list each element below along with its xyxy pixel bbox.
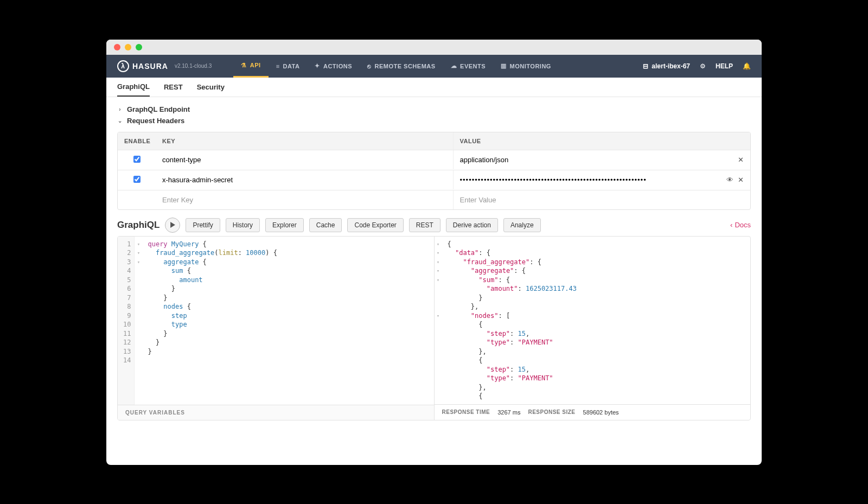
fold-gutter: ▾▾▾▾▾▾ (435, 237, 442, 404)
brand-name: HASURA (132, 62, 168, 71)
response-size-value: 589602 bytes (583, 409, 619, 416)
result-pane: ▾▾▾▾▾▾ { "data": { "fraud_aggregate": { … (435, 237, 751, 420)
history-button[interactable]: History (226, 218, 260, 232)
graphiql-toolbar: GraphiQL Prettify History Explorer Cache… (117, 218, 751, 233)
code-exporter-button[interactable]: Code Exporter (347, 218, 403, 232)
result-source: { "data": { "fraud_aggregate": { "aggreg… (442, 237, 582, 404)
header-value[interactable]: application/json (460, 156, 509, 164)
prettify-button[interactable]: Prettify (186, 218, 220, 232)
col-value: VALUE (454, 132, 751, 150)
chevron-left-icon: ‹ (730, 221, 732, 229)
nav-events[interactable]: ☁EVENTS (443, 55, 494, 78)
nav-monitoring[interactable]: ▥MONITORING (493, 55, 559, 78)
maximize-icon[interactable] (136, 44, 142, 50)
response-status: RESPONSE TIME 3267 ms RESPONSE SIZE 5896… (435, 404, 751, 420)
query-variables-toggle[interactable]: QUERY VARIABLES (118, 405, 434, 420)
col-key: KEY (156, 132, 454, 150)
header-enable-checkbox[interactable] (133, 176, 141, 183)
section-endpoint[interactable]: ›GraphQL Endpoint (117, 104, 751, 115)
window-titlebar (106, 40, 762, 55)
remove-icon[interactable]: ✕ (738, 156, 744, 164)
execute-button[interactable] (165, 218, 180, 233)
nav-data[interactable]: ≡DATA (269, 55, 308, 78)
rest-button[interactable]: REST (409, 218, 441, 232)
topbar: λ HASURA v2.10.1-cloud.3 ⚗API ≡DATA ✦ACT… (106, 55, 762, 78)
header-key[interactable]: x-hasura-admin-secret (156, 170, 454, 189)
line-gutter: 1234567891011121314 (118, 237, 135, 405)
sections: ›GraphQL Endpoint ⌄Request Headers (106, 97, 762, 129)
nav-remote-schemas[interactable]: ⎋REMOTE SCHEMAS (360, 55, 443, 78)
remove-icon[interactable]: ✕ (738, 176, 744, 184)
header-key-input[interactable] (162, 196, 446, 204)
cache-button[interactable]: Cache (309, 218, 342, 232)
tab-rest[interactable]: REST (164, 78, 183, 97)
docs-link[interactable]: ‹Docs (730, 221, 751, 229)
hasura-icon: λ (117, 60, 129, 72)
header-value-input[interactable] (460, 196, 744, 204)
chevron-right-icon: › (117, 106, 123, 112)
eye-icon[interactable]: 👁 (726, 176, 733, 184)
brand-logo: λ HASURA v2.10.1-cloud.3 (117, 60, 212, 72)
gear-icon[interactable]: ⚙ (700, 62, 706, 70)
app-window: λ HASURA v2.10.1-cloud.3 ⚗API ≡DATA ✦ACT… (106, 40, 762, 465)
graphiql-title: GraphiQL (117, 220, 159, 231)
graphiql-editors: 1234567891011121314 ▾▾▾ query MyQuery { … (117, 236, 751, 420)
explorer-button[interactable]: Explorer (265, 218, 304, 232)
version-label: v2.10.1-cloud.3 (175, 63, 212, 69)
query-pane: 1234567891011121314 ▾▾▾ query MyQuery { … (118, 237, 435, 420)
query-editor[interactable]: 1234567891011121314 ▾▾▾ query MyQuery { … (118, 237, 434, 405)
headers-table: ENABLE KEY VALUE content-type applicatio… (117, 132, 751, 210)
header-add-row (118, 190, 750, 209)
result-viewer[interactable]: ▾▾▾▾▾▾ { "data": { "fraud_aggregate": { … (435, 237, 751, 404)
nav-api[interactable]: ⚗API (233, 55, 268, 78)
derive-action-button[interactable]: Derive action (446, 218, 498, 232)
header-key[interactable]: content-type (156, 150, 454, 169)
chevron-down-icon: ⌄ (117, 118, 123, 124)
nav-actions[interactable]: ✦ACTIONS (307, 55, 360, 78)
main-nav: ⚗API ≡DATA ✦ACTIONS ⎋REMOTE SCHEMAS ☁EVE… (233, 55, 559, 78)
minimize-icon[interactable] (125, 44, 131, 50)
query-source[interactable]: query MyQuery { fraud_aggregate(limit: 1… (142, 237, 282, 405)
cloud-icon: ☁ (451, 62, 457, 69)
subtabs: GraphiQL REST Security (106, 78, 762, 97)
header-value[interactable]: ••••••••••••••••••••••••••••••••••••••••… (460, 176, 647, 184)
bell-icon[interactable]: 🔔 (743, 62, 751, 70)
topbar-right: ⊟alert-ibex-67 ⚙ HELP 🔔 (643, 62, 751, 70)
close-icon[interactable] (114, 44, 120, 50)
flask-icon: ⚗ (241, 62, 247, 69)
analyze-button[interactable]: Analyze (503, 218, 541, 232)
link-icon: ⎋ (367, 63, 372, 69)
header-row: x-hasura-admin-secret ••••••••••••••••••… (118, 170, 750, 190)
tab-graphiql[interactable]: GraphiQL (117, 78, 150, 97)
tab-security[interactable]: Security (197, 78, 225, 97)
header-enable-checkbox[interactable] (133, 156, 141, 163)
chart-icon: ▥ (501, 62, 507, 69)
fold-gutter: ▾▾▾ (135, 237, 142, 405)
headers-header-row: ENABLE KEY VALUE (118, 132, 750, 150)
response-time-label: RESPONSE TIME (442, 409, 490, 415)
bolt-icon: ✦ (315, 62, 320, 69)
section-headers[interactable]: ⌄Request Headers (117, 115, 751, 126)
help-link[interactable]: HELP (716, 62, 733, 70)
database-icon: ≡ (276, 63, 280, 69)
server-icon: ⊟ (643, 62, 648, 70)
response-size-label: RESPONSE SIZE (528, 409, 575, 415)
project-selector[interactable]: ⊟alert-ibex-67 (643, 62, 690, 70)
col-enable: ENABLE (118, 132, 156, 150)
response-time-value: 3267 ms (497, 409, 520, 416)
header-row: content-type application/json✕ (118, 150, 750, 170)
